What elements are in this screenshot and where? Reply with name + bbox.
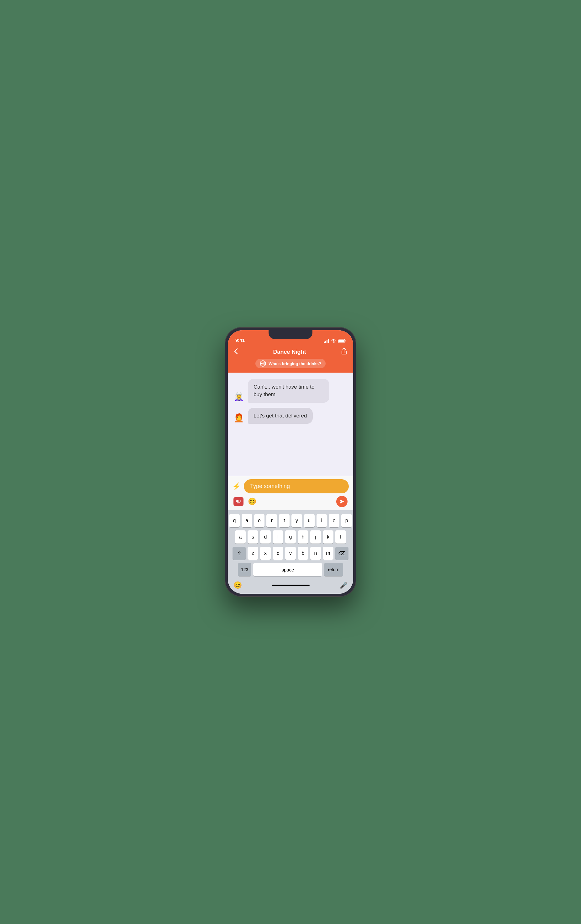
key-u[interactable]: u [304, 514, 314, 527]
input-icons-row: 😊 [232, 496, 349, 507]
svg-rect-12 [239, 500, 239, 501]
key-a[interactable]: a [242, 514, 252, 527]
send-button[interactable] [336, 496, 347, 507]
svg-rect-16 [239, 501, 239, 502]
key-h[interactable]: h [298, 530, 308, 544]
key-d[interactable]: d [260, 530, 271, 544]
svg-rect-5 [339, 340, 344, 342]
key-e[interactable]: e [254, 514, 265, 527]
message-bubble-1: Can't... won't have time to buy them [248, 379, 329, 403]
key-r[interactable]: r [267, 514, 277, 527]
svg-rect-2 [326, 340, 328, 343]
message-row-2: 🧑‍🦰 Let's get that delivered [233, 408, 348, 424]
svg-rect-6 [345, 340, 346, 342]
svg-rect-13 [240, 500, 241, 501]
key-c[interactable]: c [273, 547, 283, 560]
key-l[interactable]: l [335, 530, 346, 544]
message-row-1: 🧝‍♀️ Can't... won't have time to buy the… [233, 379, 348, 403]
mic-icon[interactable]: 🎤 [340, 581, 347, 589]
return-key[interactable]: return [324, 563, 343, 576]
send-icon [339, 499, 345, 504]
key-x[interactable]: x [260, 547, 271, 560]
key-z[interactable]: z [248, 547, 258, 560]
header-top: Dance Night [234, 348, 347, 356]
key-p[interactable]: p [341, 514, 352, 527]
topic-bar[interactable]: Who's bringing the drinks? [255, 359, 326, 368]
key-o[interactable]: o [329, 514, 339, 527]
svg-rect-11 [237, 500, 238, 501]
message-bubble-2: Let's get that delivered [248, 408, 313, 424]
avatar-2: 🧑‍🦰 [233, 412, 245, 424]
keyboard-icon [235, 499, 242, 504]
share-button[interactable] [341, 348, 347, 356]
keyboard-row-4: 123 space return [229, 563, 352, 576]
key-n[interactable]: n [310, 547, 321, 560]
keyboard-bottom-bar: 😊 🎤 [229, 579, 352, 592]
input-row: ⚡ Type something [232, 479, 349, 493]
app-header: Dance Night Who's bringing the drinks? [228, 345, 353, 373]
keyboard: q a e r t y u i o p a s d f g h j k [228, 510, 353, 594]
svg-rect-3 [328, 339, 329, 343]
key-v[interactable]: v [285, 547, 296, 560]
status-time: 9:41 [235, 338, 245, 343]
delete-key[interactable]: ⌫ [335, 547, 349, 560]
status-icons [324, 339, 346, 343]
key-s[interactable]: s [248, 530, 258, 544]
key-j[interactable]: j [310, 530, 321, 544]
num-key[interactable]: 123 [238, 563, 251, 576]
key-y[interactable]: y [291, 514, 302, 527]
emoji-button[interactable]: 😊 [248, 497, 256, 506]
shift-key[interactable]: ⇧ [232, 547, 246, 560]
input-area: ⚡ Type something [228, 476, 353, 510]
key-f[interactable]: f [273, 530, 283, 544]
key-q[interactable]: q [229, 514, 240, 527]
chat-title: Dance Night [273, 349, 306, 355]
keyboard-row-1: q a e r t y u i o p [229, 514, 352, 527]
chat-area: 🧝‍♀️ Can't... won't have time to buy the… [228, 373, 353, 476]
svg-rect-18 [237, 502, 240, 503]
phone-screen: 9:41 [228, 330, 353, 594]
key-t[interactable]: t [279, 514, 290, 527]
key-k[interactable]: k [323, 530, 333, 544]
svg-rect-10 [236, 500, 237, 501]
keyboard-toggle-button[interactable] [234, 497, 244, 506]
topic-text: Who's bringing the drinks? [268, 361, 321, 366]
svg-rect-17 [240, 501, 241, 502]
svg-rect-1 [325, 341, 326, 343]
emoji-bottom-icon[interactable]: 😊 [234, 581, 242, 589]
key-m[interactable]: m [323, 547, 333, 560]
key-b[interactable]: b [298, 547, 308, 560]
input-placeholder: Type something [250, 483, 290, 490]
topic-icon [260, 360, 266, 367]
keyboard-row-2: a s d f g h j k l [229, 530, 352, 544]
lightning-icon: ⚡ [232, 482, 241, 490]
notch [268, 330, 313, 339]
home-indicator [272, 585, 309, 586]
signal-icon [324, 339, 329, 343]
keyboard-row-3: ⇧ z x c v b n m ⌫ [229, 547, 352, 560]
key-a2[interactable]: a [235, 530, 246, 544]
svg-rect-0 [324, 342, 325, 343]
avatar-1: 🧝‍♀️ [233, 391, 245, 403]
input-left-icons: 😊 [234, 497, 256, 506]
battery-icon [338, 339, 346, 343]
wifi-icon [331, 339, 336, 343]
space-key[interactable]: space [253, 563, 322, 576]
key-g[interactable]: g [285, 530, 296, 544]
key-i[interactable]: i [316, 514, 327, 527]
svg-rect-15 [237, 501, 238, 502]
text-input[interactable]: Type something [244, 479, 349, 493]
phone-frame: 9:41 [225, 327, 356, 597]
svg-rect-14 [236, 501, 237, 502]
back-button[interactable] [234, 348, 238, 356]
